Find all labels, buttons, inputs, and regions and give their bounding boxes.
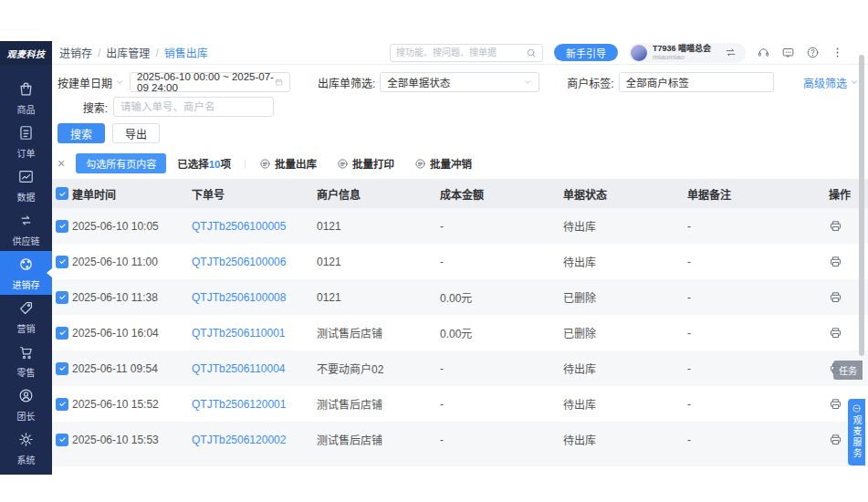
batch-outbound-button[interactable]: 批量出库 — [259, 156, 317, 171]
keyword-search-input[interactable] — [120, 101, 267, 112]
main-panel: 进销存 / 出库管理 / 销售出库 新手引导 T7936 喵喵总会 — [52, 41, 868, 461]
cell-order-number-link[interactable]: QTJTb2506120001 — [192, 398, 317, 411]
cell-order-number-link[interactable]: QTJTb2506100005 — [192, 220, 317, 233]
search-icon — [526, 47, 537, 58]
row-checkbox[interactable] — [56, 398, 68, 411]
active-notch — [47, 268, 52, 277]
user-name: T7936 喵喵总会 — [653, 44, 711, 53]
cell-note: - — [687, 327, 829, 340]
cell-status: 待出库 — [563, 218, 687, 234]
table-row: 2025-06-11 09:54 QTJTb2506110004 不要动商户02… — [52, 350, 868, 386]
sidebar-item-label: 团长 — [17, 409, 36, 423]
task-tab[interactable]: 任务 — [833, 361, 863, 380]
cell-order-number-link[interactable]: QTJTb2506100008 — [192, 291, 317, 304]
sidebar-item-label: 进销存 — [13, 277, 40, 291]
cell-order-number-link[interactable]: QTJTb2506100006 — [192, 256, 317, 268]
table-row: 2025-06-10 15:53 QTJTb2506120002 测试售后店铺 … — [52, 422, 868, 457]
user-account: miaomiao — [653, 53, 711, 61]
cell-note: - — [687, 256, 829, 268]
cell-cost-amount: - — [440, 362, 563, 375]
sidebar-item[interactable]: 数据 — [0, 163, 52, 207]
action-button-row: 搜索 导出 — [52, 117, 868, 143]
batch-icon — [259, 158, 271, 170]
vertical-scrollbar[interactable] — [859, 55, 864, 356]
system-gear-icon — [17, 431, 35, 450]
cell-status: 待出库 — [563, 432, 687, 447]
row-checkbox[interactable] — [56, 220, 68, 233]
app-screen: 观麦科技 商品 订单 — [0, 0, 868, 502]
sidebar-item[interactable]: 零售 — [0, 339, 52, 382]
global-search[interactable] — [390, 44, 543, 62]
chevron-down-icon — [523, 78, 532, 87]
sidebar-item-label: 订单 — [17, 146, 36, 160]
sidebar-item[interactable]: 团长 — [0, 382, 52, 426]
col-header[interactable]: 成本金额 — [440, 186, 563, 202]
keyword-search-field[interactable] — [113, 97, 274, 117]
sidebar-item-label: 营销 — [17, 321, 36, 335]
row-checkbox[interactable] — [56, 256, 68, 268]
avatar[interactable] — [631, 45, 647, 61]
sidebar-item[interactable]: 供应链 — [0, 207, 52, 251]
cell-status: 待出库 — [563, 396, 687, 412]
cell-create-time: 2025-06-10 10:05 — [72, 220, 192, 233]
sidebar-item[interactable]: 商品 — [0, 76, 52, 120]
breadcrumb-current: 销售出库 — [164, 45, 208, 60]
table-row: 2025-06-10 10:05 QTJTb2506100005 0121 - … — [52, 208, 868, 244]
cell-order-number-link[interactable]: QTJTb2506110001 — [192, 327, 317, 340]
sidebar-item[interactable]: 进销存 — [0, 251, 52, 295]
filter-row-1: 按建单日期 2025-06-10 00:00 ~ 2025-07-09 24:0… — [58, 72, 859, 92]
global-search-input[interactable] — [396, 47, 522, 58]
row-checkbox[interactable] — [56, 362, 68, 375]
inventory-sphere-icon — [17, 256, 35, 275]
cell-order-number-link[interactable]: QTJTb2506110004 — [192, 362, 317, 375]
more-menu-icon[interactable] — [831, 46, 844, 59]
advanced-filter-link[interactable]: 高级筛选 — [803, 75, 859, 90]
status-filter-select[interactable]: 全部单据状态 — [380, 72, 539, 92]
select-all-pages-button[interactable]: 勾选所有页内容 — [76, 153, 166, 173]
sidebar-item[interactable]: 订单 — [0, 120, 52, 163]
cell-note: - — [687, 398, 829, 411]
cell-status: 已删除 — [563, 325, 687, 340]
col-header[interactable]: 下单号 — [192, 186, 317, 202]
sidebar-item[interactable]: 营销 — [0, 295, 52, 339]
col-header[interactable]: 商户信息 — [317, 186, 440, 202]
feedback-icon[interactable] — [781, 46, 795, 59]
sidebar: 观麦科技 商品 订单 — [0, 41, 52, 475]
date-type-dropdown[interactable]: 按建单日期 — [58, 75, 112, 90]
breadcrumb-level1[interactable]: 进销存 — [59, 45, 92, 60]
breadcrumb-level2[interactable]: 出库管理 — [106, 45, 150, 60]
cell-order-number-link[interactable]: QTJTb2506120002 — [192, 434, 317, 446]
sidebar-item-label: 商品 — [17, 102, 36, 116]
topbar: 进销存 / 出库管理 / 销售出库 新手引导 T7936 喵喵总会 — [52, 41, 868, 65]
user-chip[interactable]: T7936 喵喵总会 miaomiao — [629, 43, 746, 63]
col-header[interactable]: 建单时间 — [72, 186, 192, 202]
col-header[interactable]: 单据状态 — [563, 186, 687, 202]
newbie-guide-button[interactable]: 新手引导 — [554, 44, 618, 61]
cell-cost-amount: - — [440, 220, 563, 233]
cell-create-time: 2025-06-10 16:04 — [72, 327, 192, 340]
col-header[interactable]: 单据备注 — [687, 186, 829, 202]
batch-reverse-button[interactable]: 批量冲销 — [414, 156, 472, 171]
marketing-tag-icon — [17, 299, 35, 319]
help-icon[interactable] — [806, 46, 820, 59]
switch-account-icon[interactable] — [724, 46, 737, 59]
sidebar-item[interactable]: 系统 — [0, 426, 52, 470]
date-range-input[interactable]: 2025-06-10 00:00 ~ 2025-07-09 24:00 — [130, 72, 290, 92]
select-all-checkbox[interactable] — [56, 187, 68, 200]
export-button[interactable]: 导出 — [112, 123, 160, 143]
leader-person-icon — [17, 387, 35, 406]
merchant-tag-input[interactable]: 全部商户标签 — [619, 72, 774, 92]
customer-service-icon[interactable] — [757, 46, 770, 59]
service-tab[interactable]: 观麦服务 — [848, 399, 865, 465]
cell-status: 已删除 — [563, 289, 687, 305]
batch-print-button[interactable]: 批量打印 — [337, 156, 394, 171]
cell-merchant-info: 0121 — [317, 291, 440, 304]
search-button[interactable]: 搜索 — [58, 123, 105, 143]
row-checkbox[interactable] — [56, 434, 68, 446]
row-checkbox[interactable] — [56, 327, 68, 340]
retail-cart-icon — [17, 343, 35, 362]
sidebar-nav: 商品 订单 数据 — [0, 65, 52, 470]
close-icon[interactable]: × — [58, 157, 65, 170]
row-checkbox[interactable] — [56, 291, 68, 304]
table-row: 2025-06-10 16:04 QTJTb2506110001 测试售后店铺 … — [52, 315, 868, 350]
